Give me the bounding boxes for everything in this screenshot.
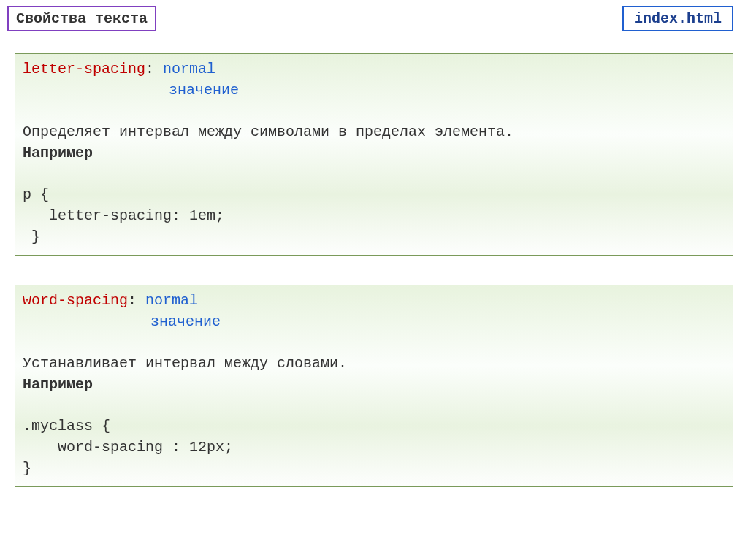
blank-line xyxy=(23,101,725,121)
property-block-letter-spacing: letter-spacing: normal значение Определя… xyxy=(15,53,733,256)
property-value-znachenie: значение xyxy=(150,311,725,332)
property-name: word-spacing xyxy=(23,292,128,309)
page-title: Свойства текста xyxy=(7,6,156,31)
property-value-normal: normal xyxy=(145,292,198,309)
code-line: word-spacing : 12px; xyxy=(23,437,725,458)
property-value-normal: normal xyxy=(163,61,215,77)
example-label: Например xyxy=(23,374,725,395)
filename-label: index.html xyxy=(622,6,733,31)
syntax-line: letter-spacing: normal xyxy=(23,58,725,80)
example-label: Например xyxy=(23,142,725,164)
property-block-word-spacing: word-spacing: normal значение Устанавлив… xyxy=(15,285,733,487)
property-value-znachenie: значение xyxy=(169,80,725,101)
description-text: Определяет интервал между символами в пр… xyxy=(23,121,725,142)
blank-line xyxy=(23,395,725,415)
code-line: } xyxy=(23,458,725,479)
colon: : xyxy=(128,292,145,309)
description-text: Устанавливает интервал между словами. xyxy=(23,353,725,374)
property-name: letter-spacing xyxy=(23,61,145,77)
blank-line xyxy=(23,164,725,184)
syntax-line: word-spacing: normal xyxy=(23,290,725,311)
code-line: .myclass { xyxy=(23,415,725,437)
code-line: letter-spacing: 1em; xyxy=(23,205,725,226)
code-line: p { xyxy=(23,184,725,205)
colon: : xyxy=(145,61,163,77)
blank-line xyxy=(23,332,725,353)
header-row: Свойства текста index.html xyxy=(0,0,748,31)
code-line: } xyxy=(23,226,725,248)
